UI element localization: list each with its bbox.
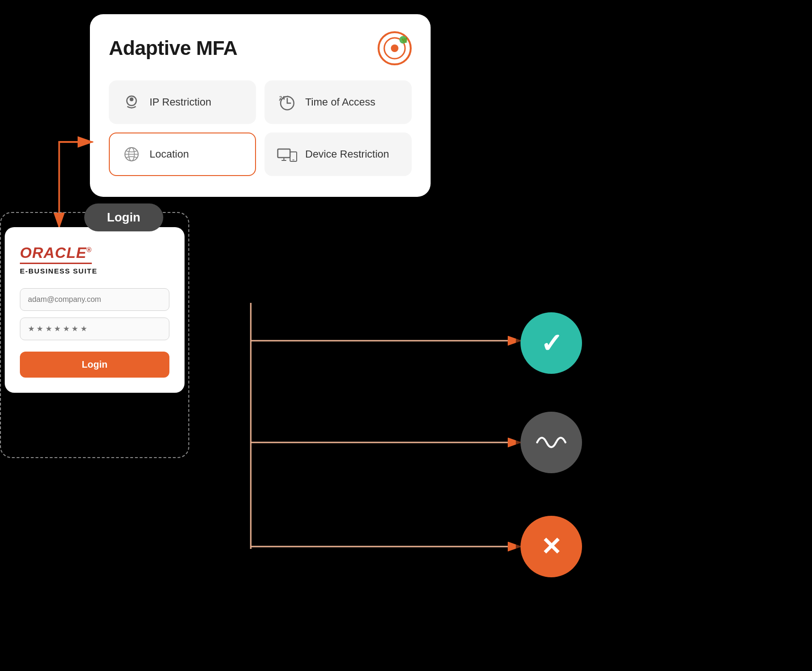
- mfa-wave-icon: [535, 431, 568, 454]
- oracle-suite-label: E-BUSINESS SUITE: [20, 267, 169, 275]
- oracle-login-card: ORACLE® E-BUSINESS SUITE Login: [5, 227, 185, 393]
- device-restriction-icon: [277, 144, 298, 165]
- oracle-brand-text: ORACLE®: [20, 244, 92, 264]
- result-deny-circle: ✕: [521, 516, 582, 577]
- result-success-circle: ✓: [521, 312, 582, 374]
- mfa-options-grid: IP Restriction 24 Time of Access: [109, 80, 412, 176]
- svg-point-2: [391, 44, 398, 52]
- time-of-access-icon: 24: [277, 92, 298, 113]
- time-of-access-label: Time of Access: [305, 96, 375, 109]
- ip-restriction-label: IP Restriction: [150, 96, 211, 109]
- mfa-brand-icon: 🌿: [378, 31, 412, 65]
- mfa-title: Adaptive MFA: [109, 37, 238, 60]
- svg-point-6: [130, 97, 133, 101]
- mfa-item-ip-restriction[interactable]: IP Restriction: [109, 80, 256, 124]
- mfa-header: Adaptive MFA 🌿: [109, 31, 412, 65]
- success-checkmark-icon: ✓: [540, 328, 563, 359]
- location-icon: [121, 144, 142, 165]
- email-input[interactable]: [20, 288, 169, 311]
- login-pill[interactable]: Login: [84, 203, 163, 231]
- location-label: Location: [150, 148, 189, 161]
- svg-text:🌿: 🌿: [401, 37, 408, 44]
- oracle-logo: ORACLE®: [20, 244, 169, 264]
- result-mfa-circle: [521, 412, 582, 473]
- password-input[interactable]: [20, 318, 169, 340]
- oracle-login-button[interactable]: Login: [20, 352, 169, 378]
- ip-restriction-icon: [121, 92, 142, 113]
- mfa-card: Adaptive MFA 🌿 IP Restriction: [90, 14, 431, 197]
- mfa-item-time-of-access[interactable]: 24 Time of Access: [265, 80, 412, 124]
- mfa-item-location[interactable]: Location: [109, 132, 256, 176]
- device-restriction-label: Device Restriction: [305, 148, 389, 161]
- deny-x-icon: ✕: [541, 532, 562, 561]
- svg-rect-12: [278, 149, 290, 158]
- mfa-item-device-restriction[interactable]: Device Restriction: [265, 132, 412, 176]
